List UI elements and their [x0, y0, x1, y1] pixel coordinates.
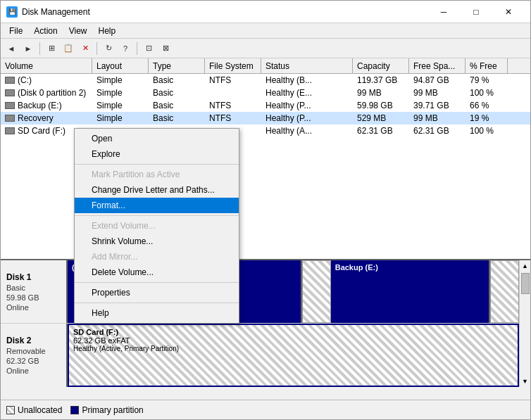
tb-refresh[interactable]: ↻: [101, 41, 116, 56]
tb-properties[interactable]: 📋: [61, 41, 76, 56]
menu-file[interactable]: File: [4, 25, 28, 37]
window-title: Disk Management: [22, 7, 90, 17]
col-header-type[interactable]: Type: [149, 58, 205, 73]
tb-view2[interactable]: ⊠: [158, 41, 173, 56]
legend-primary: Primary partition: [70, 405, 143, 415]
partition-backup[interactable]: Backup (E:): [331, 260, 491, 323]
toolbar: ◄ ► ⊞ 📋 ✕ ↻ ? ⊡ ⊠: [1, 39, 530, 58]
main-window: 💾 Disk Management ─ □ ✕ File Action View…: [0, 0, 531, 420]
disk-2-partitions: SD Card (F:) 62.32 GB exFAT Healthy (Act…: [68, 324, 519, 387]
table-row[interactable]: Recovery Simple Basic NTFS Healthy (P...…: [1, 112, 530, 125]
td-fs-2: NTFS: [205, 99, 261, 111]
disk-1-label: Disk 1 Basic 59.98 GB Online: [1, 260, 68, 323]
scroll-down-arrow[interactable]: ▼: [520, 376, 530, 387]
col-header-fs[interactable]: File System: [205, 58, 261, 73]
col-header-status[interactable]: Status: [261, 58, 353, 73]
drive-icon: [5, 77, 15, 84]
col-header-layout[interactable]: Layout: [92, 58, 149, 73]
ctx-properties[interactable]: Properties: [75, 285, 239, 300]
col-header-cap[interactable]: Capacity: [353, 58, 409, 73]
partition-efi[interactable]: [302, 260, 331, 323]
menu-bar: File Action View Help: [1, 23, 530, 39]
ctx-format[interactable]: Format...: [75, 198, 239, 213]
td-status-1: Healthy (E...: [261, 87, 353, 98]
td-fs-1: [205, 87, 261, 98]
td-volume-1: (Disk 0 partition 2): [1, 87, 92, 98]
maximize-button[interactable]: □: [460, 4, 492, 20]
td-free-4: 62.31 GB: [409, 125, 466, 136]
legend-bar: Unallocated Primary partition: [1, 400, 530, 419]
tb-view[interactable]: ⊡: [141, 41, 156, 56]
td-cap-4: 62.31 GB: [353, 125, 409, 136]
td-fs-0: NTFS: [205, 74, 261, 86]
td-type-1: Basic: [149, 87, 205, 98]
disk-2-row: Disk 2 Removable 62.32 GB Online SD Card…: [1, 324, 530, 387]
legend-unalloc-label: Unallocated: [18, 405, 62, 415]
ctx-mark-active: Mark Partition as Active: [75, 167, 239, 182]
table-row[interactable]: (Disk 0 partition 2) Simple Basic Health…: [1, 87, 530, 99]
legend-box-unalloc: [6, 406, 15, 414]
td-layout-2: Simple: [92, 99, 149, 111]
ctx-sep-4: [75, 303, 239, 303]
tb-delete[interactable]: ✕: [77, 41, 93, 56]
ctx-sep-3: [75, 282, 239, 283]
disk-1-size: 59.98 GB: [6, 293, 61, 302]
tb-back[interactable]: ◄: [4, 41, 19, 56]
close-button[interactable]: ✕: [492, 4, 525, 20]
td-type-3: Basic: [149, 112, 205, 124]
td-layout-3: Simple: [92, 112, 149, 124]
drive-icon: [5, 127, 15, 134]
scroll-thumb[interactable]: [521, 273, 530, 294]
col-header-pct[interactable]: % Free: [466, 58, 508, 73]
tb-sep-1: [39, 42, 40, 55]
td-status-4: Healthy (A...: [261, 125, 353, 136]
td-cap-0: 119.37 GB: [353, 74, 409, 86]
tb-sep-3: [137, 42, 137, 55]
td-pct-0: 79 %: [466, 74, 508, 86]
legend-primary-label: Primary partition: [82, 405, 143, 415]
ctx-sep-2: [75, 215, 239, 216]
part-backup-label: Backup (E:): [335, 263, 485, 272]
drive-icon: [5, 115, 15, 122]
title-controls: ─ □ ✕: [427, 4, 525, 20]
td-status-0: Healthy (B...: [261, 74, 353, 86]
ctx-shrink[interactable]: Shrink Volume...: [75, 234, 239, 249]
scroll-up-arrow[interactable]: ▲: [520, 260, 530, 272]
table-row[interactable]: (C:) Simple Basic NTFS Healthy (B... 119…: [1, 74, 530, 87]
td-free-1: 99 MB: [409, 87, 466, 98]
partition-recovery-2[interactable]: [490, 260, 519, 323]
disk-2-type: Removable: [6, 347, 61, 355]
ctx-help[interactable]: Help: [75, 305, 239, 321]
disk-2-label: Disk 2 Removable 62.32 GB Online: [1, 324, 68, 387]
col-header-free[interactable]: Free Spa...: [409, 58, 466, 73]
ctx-explore[interactable]: Explore: [75, 146, 239, 162]
td-type-2: Basic: [149, 99, 205, 111]
table-header: Volume Layout Type File System Status Ca…: [1, 58, 530, 74]
ctx-add-mirror: Add Mirror...: [75, 249, 239, 265]
ctx-open[interactable]: Open: [75, 131, 239, 146]
td-pct-2: 66 %: [466, 99, 508, 111]
table-row[interactable]: Backup (E:) Simple Basic NTFS Healthy (P…: [1, 99, 530, 112]
app-icon: 💾: [6, 6, 18, 18]
minimize-button[interactable]: ─: [427, 4, 460, 20]
tb-forward[interactable]: ►: [20, 41, 36, 56]
ctx-sep-1: [75, 164, 239, 165]
context-menu: Open Explore Mark Partition as Active Ch…: [74, 128, 239, 324]
col-header-volume[interactable]: Volume: [1, 58, 92, 73]
td-pct-3: 19 %: [466, 112, 508, 124]
td-free-2: 39.71 GB: [409, 99, 466, 111]
ctx-change-letter[interactable]: Change Drive Letter and Paths...: [75, 182, 239, 198]
menu-view[interactable]: View: [63, 25, 93, 37]
vertical-scrollbar[interactable]: ▲ ▼: [519, 260, 530, 387]
td-cap-3: 529 MB: [353, 112, 409, 124]
ctx-delete[interactable]: Delete Volume...: [75, 265, 239, 280]
td-fs-3: NTFS: [205, 112, 261, 124]
menu-action[interactable]: Action: [28, 25, 63, 37]
tb-sep-2: [96, 42, 97, 55]
disk-2-status: Online: [6, 367, 61, 375]
tb-up[interactable]: ⊞: [44, 41, 59, 56]
menu-help[interactable]: Help: [93, 25, 122, 37]
partition-sdcard[interactable]: SD Card (F:) 62.32 GB exFAT Healthy (Act…: [68, 324, 519, 387]
tb-help[interactable]: ?: [118, 41, 133, 56]
td-free-3: 99 MB: [409, 112, 466, 124]
